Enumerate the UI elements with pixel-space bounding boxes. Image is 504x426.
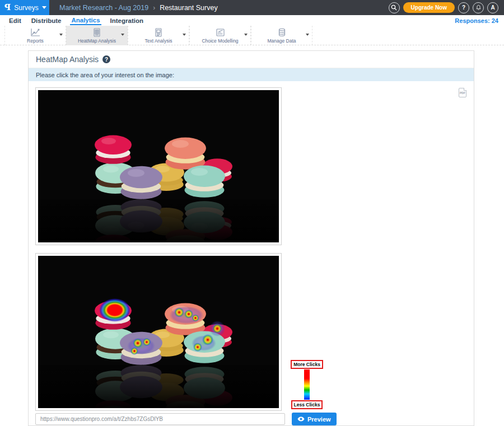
upgrade-now-button[interactable]: Upgrade Now [403, 2, 455, 13]
export-pdf-icon[interactable]: PDF [459, 88, 466, 97]
heatmap-legend: More Clicks Less Clicks [291, 360, 323, 409]
chevron-down-icon [42, 6, 46, 9]
survey-image-heatmap[interactable] [35, 253, 282, 411]
choice-chart-icon [216, 28, 225, 37]
heatmap-document-icon [93, 28, 101, 37]
product-menu-label: Surveys [14, 4, 38, 12]
topbar-actions: Upgrade Now ? A [389, 2, 504, 13]
panel-body: PDF More Clicks Less Clicks Preview [29, 81, 474, 425]
page-title: HeatMap Analysis [36, 55, 99, 64]
breadcrumb-survey: Restaurant Survey [160, 4, 218, 12]
toolbar-item-label: Text Analysis [144, 38, 172, 44]
menu-item-distribute[interactable]: Distribute [30, 16, 63, 25]
share-url-input[interactable] [35, 413, 285, 425]
preview-button-label: Preview [307, 416, 331, 423]
surveys-product-menu[interactable]: P Surveys [0, 0, 49, 15]
line-chart-icon [30, 28, 40, 37]
instruction-text: Please click the area of your interest o… [36, 72, 174, 78]
chevron-down-icon[interactable] [59, 34, 63, 36]
toolbar-item-choice-modelling[interactable]: Choice Modelling [189, 26, 251, 45]
search-button[interactable] [389, 2, 400, 13]
questionpro-logo: P [4, 3, 11, 12]
breadcrumb-separator-icon: › [153, 4, 155, 12]
chevron-down-icon[interactable] [183, 34, 186, 36]
preview-button[interactable]: Preview [292, 413, 337, 425]
instruction-bar: Please click the area of your interest o… [29, 68, 474, 81]
toolbar-item-manage-data[interactable]: Manage Data [251, 26, 312, 45]
help-badge-icon[interactable]: ? [102, 55, 110, 63]
breadcrumb-collection[interactable]: Market Research - Aug 2019 [59, 4, 148, 12]
macarons-heatmap[interactable] [38, 256, 279, 408]
heatmap-analysis-panel: HeatMap Analysis ? Please click the area… [28, 50, 474, 426]
panel-header: HeatMap Analysis ? [29, 51, 474, 68]
macarons-photo[interactable] [38, 90, 279, 242]
toolbar-item-label: Manage Data [267, 38, 296, 44]
eye-icon [297, 416, 305, 422]
database-icon [278, 28, 286, 37]
toolbar-item-label: Choice Modelling [202, 38, 238, 44]
text-document-icon [155, 28, 162, 37]
help-button[interactable]: ? [458, 2, 469, 13]
bell-icon [475, 4, 482, 11]
analytics-toolbar: Reports HeatMap Analysis Text Analysis C… [0, 26, 504, 45]
question-mark-icon: ? [462, 4, 465, 11]
toolbar-item-text-analysis[interactable]: Text Analysis [128, 26, 189, 45]
chevron-down-icon[interactable] [121, 34, 124, 36]
menu-item-integration[interactable]: Integration [109, 16, 144, 25]
menu-item-edit[interactable]: Edit [8, 16, 22, 25]
survey-image-original[interactable] [35, 87, 282, 245]
toolbar-item-reports[interactable]: Reports [4, 26, 66, 45]
menu-item-analytics[interactable]: Analytics [70, 16, 101, 25]
toolbar-item-label: Reports [27, 38, 44, 44]
breadcrumb: Market Research - Aug 2019 › Restaurant … [49, 4, 218, 12]
chevron-down-icon[interactable] [306, 34, 309, 36]
legend-less-clicks: Less Clicks [291, 400, 323, 409]
avatar-letter: A [491, 4, 494, 11]
notifications-button[interactable] [473, 2, 484, 13]
heatmap-gradient-bar [304, 369, 310, 400]
chevron-down-icon[interactable] [244, 34, 248, 36]
responses-count: Responses: 24 [455, 17, 498, 24]
menubar: Edit Distribute Analytics Integration Re… [0, 15, 504, 26]
toolbar-item-heatmap-analysis[interactable]: HeatMap Analysis [66, 26, 128, 45]
account-avatar[interactable]: A [487, 2, 498, 13]
toolbar-item-label: HeatMap Analysis [78, 38, 116, 44]
topbar: P Surveys Market Research - Aug 2019 › R… [0, 0, 504, 15]
search-icon [391, 4, 397, 11]
legend-more-clicks: More Clicks [291, 360, 323, 369]
